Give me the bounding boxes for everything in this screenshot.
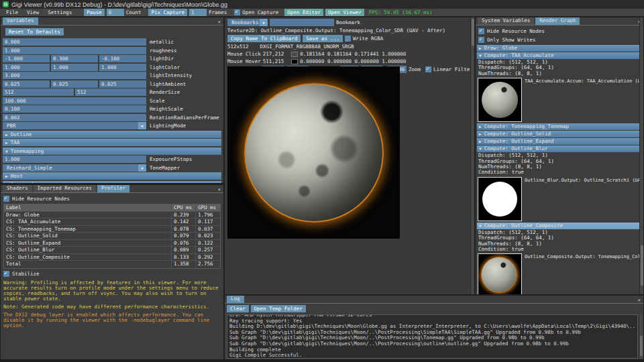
- tab-render-graph[interactable]: Render Graph: [535, 17, 580, 25]
- log-line: Building complete: [229, 347, 635, 353]
- texture-viewport[interactable]: [227, 66, 400, 239]
- tab-profiler[interactable]: Profiler: [97, 184, 129, 192]
- table-row[interactable]: Total1.3582.756: [4, 261, 220, 268]
- node-header-taa-accumulate[interactable]: Compute: TAA_Accumulate: [477, 52, 642, 59]
- variable-row: 0.025 0.025 0.025 lightAmbient: [3, 80, 221, 88]
- open-temp-folder-button[interactable]: Open Temp Folder: [251, 305, 306, 312]
- hide-resource-nodes-checkbox[interactable]: [478, 28, 484, 34]
- lightcolor-b-input[interactable]: 1.000: [99, 64, 146, 71]
- tab-variables[interactable]: Variables: [3, 17, 38, 25]
- host-group-header[interactable]: Host: [3, 172, 221, 180]
- bookmark-name-input[interactable]: [270, 19, 334, 26]
- log-scrollbar[interactable]: [639, 314, 643, 359]
- open-capture-checkbox[interactable]: [234, 9, 240, 15]
- lightdir-y-input[interactable]: 0.300: [51, 55, 98, 62]
- tab-imported-resources[interactable]: Imported Resources: [34, 184, 96, 192]
- scrollbar-thumb[interactable]: [640, 336, 643, 356]
- heightscale-input[interactable]: 0.100: [3, 105, 146, 113]
- render-graph-scrollbar[interactable]: [639, 17, 643, 294]
- taa-output-thumbnail[interactable]: [478, 78, 522, 122]
- table-row[interactable]: Draw: Globe0.2391.796: [4, 212, 220, 219]
- clear-log-button[interactable]: Clear: [227, 305, 249, 312]
- lightdir-z-input[interactable]: -0.100: [99, 55, 146, 62]
- hide-resource-nodes-checkbox[interactable]: [3, 196, 9, 202]
- node-header-outline-expand[interactable]: Compute: Outline_Expand: [477, 138, 642, 145]
- menu-settings[interactable]: Settings: [44, 9, 75, 15]
- lightcolor-r-input[interactable]: 1.000: [3, 64, 50, 71]
- taa-group-header[interactable]: TAA: [3, 139, 221, 146]
- save-as-button[interactable]: Save as ...: [303, 35, 343, 42]
- close-icon[interactable]: [638, 297, 641, 303]
- log-line: Ray tracing support: Yes: [229, 318, 635, 324]
- table-row[interactable]: CS: TAA_Accumulate0.1420.117: [4, 219, 220, 226]
- collapse-arrow-icon: [479, 52, 484, 59]
- internal-group-header[interactable]: Internal: [3, 181, 221, 184]
- numthreads-text: NumThreads: (8, 8, 1): [478, 241, 643, 247]
- composite-output-thumbnail[interactable]: [478, 253, 522, 295]
- node-header-draw-globe[interactable]: Draw: Globe: [477, 45, 642, 52]
- scrollbar-thumb[interactable]: [641, 245, 643, 286]
- stabilize-checkbox[interactable]: [3, 271, 9, 277]
- variables-tab-bar: Variables: [1, 17, 223, 25]
- pause-button[interactable]: Pause: [84, 9, 105, 16]
- pause-count-field[interactable]: 0: [107, 9, 124, 16]
- reset-to-defaults-button[interactable]: Reset To Defaults: [5, 28, 64, 36]
- table-row[interactable]: CS: Outline_Blur0.0890.257: [4, 247, 220, 254]
- menu-file[interactable]: File: [3, 9, 21, 15]
- write-rgba-checkbox[interactable]: [345, 36, 351, 42]
- rendersize-x-input[interactable]: 512: [3, 88, 74, 96]
- scale-input[interactable]: 100.000: [3, 97, 146, 105]
- tonemapping-group-header[interactable]: Tonemapping: [3, 147, 221, 155]
- chevron-down-icon: [138, 164, 146, 172]
- linear-filter-checkbox[interactable]: [425, 66, 431, 72]
- menu-view[interactable]: View: [23, 9, 42, 15]
- outline-group-header[interactable]: Outline: [3, 131, 221, 138]
- collapse-arrow-icon: [479, 45, 484, 52]
- copy-name-button[interactable]: Copy Name To ClipBoard: [227, 35, 301, 42]
- log-output[interactable]: CPU: AMD Ryzen Threadripper PRO 7975WX 3…: [227, 314, 638, 359]
- blur-output-thumbnail[interactable]: [478, 177, 522, 221]
- table-row[interactable]: CS: Outline_Composite0.1330.292: [4, 254, 220, 261]
- moon-outline-thumbnail-image: [481, 257, 517, 293]
- open-viewer-button[interactable]: Open Viewer: [325, 9, 364, 16]
- node-header-outline-composite[interactable]: Compute: Outline_Composite: [477, 223, 642, 229]
- close-icon[interactable]: [218, 19, 221, 25]
- rotationradians-input[interactable]: 0.002: [3, 114, 146, 121]
- lightambient-g-input[interactable]: 0.025: [51, 80, 98, 88]
- lightintensity-input[interactable]: 3.000: [3, 72, 146, 79]
- collapse-arrow-icon: [5, 139, 11, 146]
- lightdir-x-input[interactable]: -1.000: [3, 55, 50, 62]
- viewer-scrollbar[interactable]: [470, 17, 474, 294]
- bookmarks-combo[interactable]: Bookmarks: [227, 19, 268, 26]
- tab-shaders[interactable]: Shaders: [3, 184, 32, 192]
- variable-row: 100.000 Scale: [3, 97, 221, 105]
- frames-count-field[interactable]: 1: [189, 9, 207, 16]
- close-icon[interactable]: [218, 186, 221, 192]
- tonemapper-combo[interactable]: Reinhard_Simple: [3, 164, 146, 172]
- lightcolor-g-input[interactable]: 1.000: [51, 64, 98, 71]
- variable-row: 0.100 HeightScale: [3, 105, 221, 113]
- lightambient-b-input[interactable]: 0.025: [99, 80, 146, 88]
- roughness-input[interactable]: 1.000: [3, 47, 146, 54]
- table-row[interactable]: CS: Tonemapping_Tonemap0.0780.037: [4, 226, 220, 233]
- lightingmode-combo[interactable]: PBR: [3, 122, 146, 129]
- node-header-tonemapping-tonemap[interactable]: Compute: Tonemapping_Tonemap: [477, 123, 642, 130]
- variable-row: 1.000 1.000 1.000 lightColor: [3, 64, 221, 71]
- log-line: Sub Graph "D:\dev\gitlab\gigi\Techniques…: [229, 341, 635, 347]
- only-show-writes-checkbox[interactable]: [478, 37, 484, 43]
- log-panel: Log Clear Open Temp Folder CPU: AMD Ryze…: [224, 295, 644, 360]
- lightambient-r-input[interactable]: 0.025: [3, 80, 50, 88]
- node-header-outline-blur[interactable]: Compute: Outline_Blur: [477, 145, 642, 152]
- tab-system-variables[interactable]: System Variables: [478, 17, 534, 25]
- open-editor-button[interactable]: Open Editor: [284, 9, 323, 16]
- tab-log[interactable]: Log: [227, 295, 244, 303]
- rendersize-y-input[interactable]: 512: [75, 88, 146, 96]
- metallic-input[interactable]: 0.000: [3, 38, 146, 46]
- exposurefstops-input[interactable]: 1.000: [3, 156, 146, 163]
- table-row[interactable]: CS: Outline_Solid0.0790.023: [4, 233, 220, 240]
- node-header-outline-solid[interactable]: Compute: Outline_Solid: [477, 131, 642, 137]
- scrollbar-thumb[interactable]: [472, 19, 474, 46]
- window-title: Gigi Viewer (v0.99b DX12 Debug) - D:\dev…: [11, 1, 227, 8]
- table-row[interactable]: CS: Outline_Expand0.0760.122: [4, 240, 220, 247]
- pix-capture-button[interactable]: Pix Capture: [148, 9, 187, 16]
